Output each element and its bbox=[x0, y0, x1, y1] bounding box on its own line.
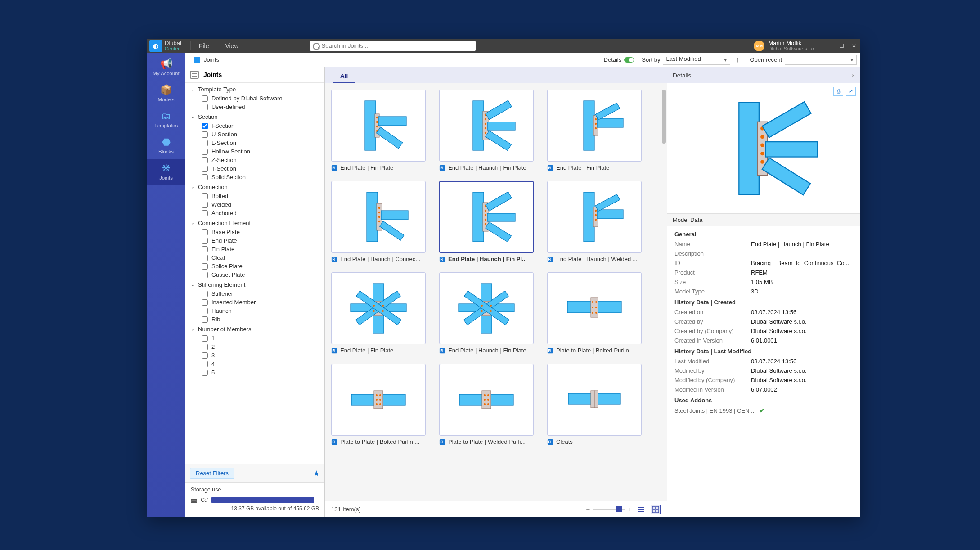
card-thumbnail[interactable] bbox=[439, 181, 534, 253]
filter-group-header[interactable]: ⌄Connection Element bbox=[189, 218, 324, 228]
filter-option[interactable]: I-Section bbox=[202, 122, 324, 130]
menu-file[interactable]: File bbox=[191, 42, 217, 50]
filter-option[interactable]: 3 bbox=[202, 351, 324, 360]
filter-checkbox[interactable] bbox=[202, 316, 208, 323]
filter-checkbox[interactable] bbox=[202, 166, 208, 172]
favorite-filter-button[interactable]: ★ bbox=[313, 469, 320, 478]
gallery-card[interactable]: End Plate | Haunch | Fin Plate bbox=[439, 90, 534, 171]
grid-view-button[interactable] bbox=[651, 505, 661, 514]
preview-print-button[interactable]: ⎙ bbox=[833, 87, 843, 96]
filter-option[interactable]: Haunch bbox=[202, 307, 324, 315]
filter-option[interactable]: T-Section bbox=[202, 164, 324, 173]
filter-checkbox[interactable] bbox=[202, 104, 208, 110]
card-thumbnail[interactable] bbox=[547, 90, 642, 162]
details-toggle[interactable] bbox=[624, 57, 634, 63]
filter-checkbox[interactable] bbox=[202, 255, 208, 261]
gallery-scroll[interactable]: End Plate | Fin PlateEnd Plate | Haunch … bbox=[325, 83, 667, 501]
filter-option[interactable]: User-defined bbox=[202, 103, 324, 111]
filter-option[interactable]: 1 bbox=[202, 334, 324, 343]
filter-checkbox[interactable] bbox=[202, 308, 208, 314]
filter-checkbox[interactable] bbox=[202, 263, 208, 270]
filter-checkbox[interactable] bbox=[202, 370, 208, 376]
gallery-card[interactable]: End Plate | Fin Plate bbox=[547, 90, 642, 171]
zoom-slider[interactable]: – + bbox=[586, 506, 632, 513]
filter-option[interactable]: Welded bbox=[202, 200, 324, 209]
nav-item-templates[interactable]: 🗂Templates bbox=[147, 107, 185, 133]
filter-option[interactable]: Anchored bbox=[202, 209, 324, 217]
nav-item-models[interactable]: 📦Models bbox=[147, 81, 185, 107]
gallery-card[interactable]: End Plate | Haunch | Fin Pl... bbox=[439, 181, 534, 262]
filter-checkbox[interactable] bbox=[202, 291, 208, 297]
gallery-card[interactable]: End Plate | Fin Plate bbox=[331, 272, 426, 354]
preview-expand-button[interactable]: ⤢ bbox=[846, 87, 856, 96]
filter-checkbox[interactable] bbox=[202, 123, 208, 129]
card-thumbnail[interactable] bbox=[439, 364, 534, 436]
gallery-card[interactable]: End Plate | Haunch | Welded ... bbox=[547, 181, 642, 262]
sort-by-dropdown[interactable]: Last Modified ▾ bbox=[663, 55, 730, 65]
zoom-out-icon[interactable]: – bbox=[586, 506, 589, 513]
filter-group-header[interactable]: ⌄Number of Members bbox=[189, 325, 324, 334]
filter-checkbox[interactable] bbox=[202, 352, 208, 359]
gallery-card[interactable]: End Plate | Haunch | Connec... bbox=[331, 181, 426, 262]
card-thumbnail[interactable] bbox=[547, 272, 642, 344]
filter-group-header[interactable]: ⌄Connection bbox=[189, 182, 324, 192]
filter-option[interactable]: Hollow Section bbox=[202, 147, 324, 156]
card-thumbnail[interactable] bbox=[547, 364, 642, 436]
filter-option[interactable]: Inserted Member bbox=[202, 298, 324, 307]
filter-checkbox[interactable] bbox=[202, 149, 208, 155]
filter-option[interactable]: Splice Plate bbox=[202, 262, 324, 270]
filter-option[interactable]: 2 bbox=[202, 343, 324, 351]
filter-option[interactable]: 4 bbox=[202, 360, 324, 368]
filter-checkbox[interactable] bbox=[202, 202, 208, 208]
filter-checkbox[interactable] bbox=[202, 299, 208, 306]
card-thumbnail[interactable] bbox=[331, 181, 426, 253]
filter-checkbox[interactable] bbox=[202, 335, 208, 342]
list-view-button[interactable] bbox=[636, 505, 646, 514]
gallery-card[interactable]: End Plate | Haunch | Fin Plate bbox=[439, 272, 534, 354]
tab-all[interactable]: All bbox=[333, 69, 355, 83]
card-thumbnail[interactable] bbox=[331, 364, 426, 436]
gallery-card[interactable]: Plate to Plate | Bolted Purlin ... bbox=[331, 364, 426, 445]
filter-checkbox[interactable] bbox=[202, 229, 208, 235]
filter-checkbox[interactable] bbox=[202, 193, 208, 199]
filter-checkbox[interactable] bbox=[202, 361, 208, 367]
filter-option[interactable]: U-Section bbox=[202, 130, 324, 139]
sort-direction-button[interactable]: ↑ bbox=[733, 56, 742, 64]
gallery-scrollbar[interactable] bbox=[662, 90, 666, 144]
filter-option[interactable]: Solid Section bbox=[202, 173, 324, 181]
maximize-button[interactable]: ☐ bbox=[835, 39, 848, 53]
filter-option[interactable]: 5 bbox=[202, 368, 324, 377]
filter-option[interactable]: Defined by Dlubal Software bbox=[202, 94, 324, 103]
reset-filters-button[interactable]: Reset Filters bbox=[190, 468, 234, 479]
nav-item-my-account[interactable]: 📢My Account bbox=[147, 54, 185, 81]
filter-option[interactable]: L-Section bbox=[202, 139, 324, 147]
filter-option[interactable]: Cleat bbox=[202, 253, 324, 262]
details-close-button[interactable]: × bbox=[851, 72, 855, 79]
card-thumbnail[interactable] bbox=[439, 272, 534, 344]
zoom-in-icon[interactable]: + bbox=[628, 506, 632, 513]
filter-option[interactable]: End Plate bbox=[202, 236, 324, 245]
card-thumbnail[interactable] bbox=[439, 90, 534, 162]
filter-checkbox[interactable] bbox=[202, 344, 208, 350]
user-block[interactable]: Martin Motlik Dlubal Software s.r.o. bbox=[768, 40, 815, 52]
gallery-card[interactable]: Plate to Plate | Bolted Purlin bbox=[547, 272, 642, 354]
filter-checkbox[interactable] bbox=[202, 238, 208, 244]
filter-checkbox[interactable] bbox=[202, 272, 208, 278]
filter-checkbox[interactable] bbox=[202, 95, 208, 102]
nav-item-joints[interactable]: ❋Joints bbox=[147, 159, 185, 185]
search-input[interactable] bbox=[310, 41, 476, 51]
filter-option[interactable]: Z-Section bbox=[202, 156, 324, 164]
menu-view[interactable]: View bbox=[217, 42, 247, 50]
filter-option[interactable]: Fin Plate bbox=[202, 245, 324, 253]
filter-option[interactable]: Bolted bbox=[202, 192, 324, 200]
card-thumbnail[interactable] bbox=[331, 90, 426, 162]
filter-checkbox[interactable] bbox=[202, 246, 208, 252]
card-thumbnail[interactable] bbox=[331, 272, 426, 344]
filter-option[interactable]: Gusset Plate bbox=[202, 270, 324, 279]
gallery-card[interactable]: End Plate | Fin Plate bbox=[331, 90, 426, 171]
filter-checkbox[interactable] bbox=[202, 157, 208, 163]
filter-checkbox[interactable] bbox=[202, 174, 208, 180]
filter-option[interactable]: Stiffener bbox=[202, 289, 324, 298]
filter-group-header[interactable]: ⌄Stiffening Element bbox=[189, 280, 324, 289]
card-thumbnail[interactable] bbox=[547, 181, 642, 253]
